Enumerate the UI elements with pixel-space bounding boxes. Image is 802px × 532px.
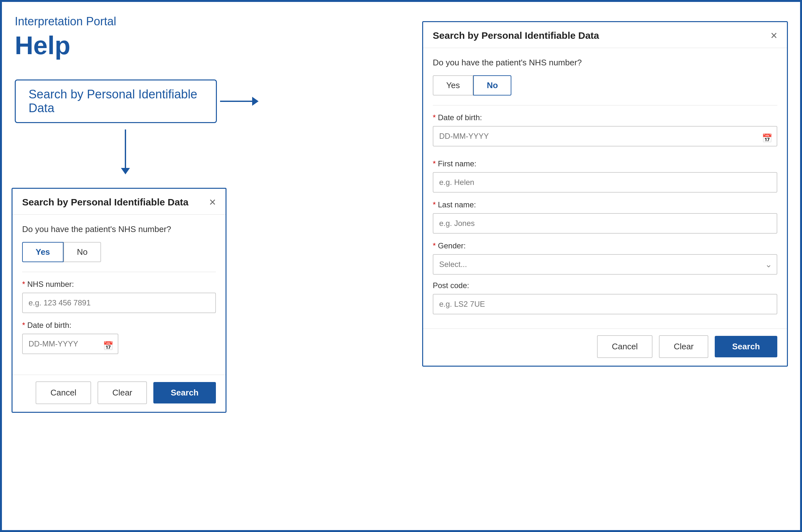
required-star-fname: * <box>433 159 438 168</box>
gender-select[interactable] <box>433 254 777 275</box>
required-star-dob-left: * <box>22 321 27 329</box>
calendar-icon-right: 📅 <box>762 133 772 143</box>
dob-input-wrap-left: 📅 <box>22 334 119 361</box>
dialog-left-close-button[interactable]: × <box>209 196 216 208</box>
dob-label-left: * Date of birth: <box>22 321 216 330</box>
dob-input-right[interactable] <box>433 126 777 147</box>
nhs-number-label: * NHS number: <box>22 280 216 289</box>
dialog-left-body: Do you have the patient's NHS number? Ye… <box>13 215 225 375</box>
left-panel: Interpretation Portal Help Search by Per… <box>15 15 217 174</box>
dialog-right-close-button[interactable]: × <box>770 30 777 41</box>
dob-field-left: * Date of birth: 📅 <box>22 321 216 367</box>
first-name-input[interactable] <box>433 172 777 193</box>
dialog-right-header: Search by Personal Identifiable Data × <box>423 22 787 48</box>
chevron-down-icon: ⌄ <box>765 260 772 269</box>
gender-field: * Gender: ⌄ <box>433 241 777 275</box>
cancel-button-right[interactable]: Cancel <box>597 335 653 358</box>
required-star-gender: * <box>433 241 438 250</box>
search-button-right[interactable]: Search <box>715 336 777 357</box>
nhs-question-left: Do you have the patient's NHS number? <box>22 224 216 234</box>
calendar-icon-left: 📅 <box>103 341 113 351</box>
clear-button-right[interactable]: Clear <box>659 335 708 358</box>
nhs-number-field: * NHS number: <box>22 280 216 320</box>
last-name-label: * Last name: <box>433 200 777 209</box>
dialog-right-title: Search by Personal Identifiable Data <box>433 30 599 41</box>
no-button-right[interactable]: No <box>473 75 511 95</box>
portal-label: Interpretation Portal <box>15 15 217 28</box>
nhs-toggle-right: Yes No <box>433 75 777 95</box>
first-name-label: * First name: <box>433 159 777 168</box>
last-name-field: * Last name: <box>433 200 777 240</box>
yes-button-right[interactable]: Yes <box>433 75 473 95</box>
dialog-left-title: Search by Personal Identifiable Data <box>22 197 189 208</box>
postcode-label: Post code: <box>433 281 777 290</box>
dob-input-wrap-right: 📅 <box>433 126 777 153</box>
dialog-right-body: Do you have the patient's NHS number? Ye… <box>423 48 787 328</box>
no-button-left[interactable]: No <box>63 242 101 262</box>
required-star-dob-right: * <box>433 113 438 122</box>
postcode-input[interactable] <box>433 294 777 315</box>
arrow-right <box>220 97 259 106</box>
nhs-question-right: Do you have the patient's NHS number? <box>433 58 777 68</box>
dialog-left-header: Search by Personal Identifiable Data × <box>13 189 225 215</box>
postcode-field: Post code: <box>433 281 777 321</box>
divider-left-1 <box>22 272 216 272</box>
dialog-right: Search by Personal Identifiable Data × D… <box>422 21 788 367</box>
yes-button-left[interactable]: Yes <box>22 242 63 262</box>
search-button-left[interactable]: Search <box>153 382 216 403</box>
dob-label-right: * Date of birth: <box>433 113 777 122</box>
required-star-nhs: * <box>22 280 27 288</box>
pid-button-wrapper: Search by Personal Identifiable Data <box>15 79 217 123</box>
cancel-button-left[interactable]: Cancel <box>36 381 91 404</box>
pid-search-button[interactable]: Search by Personal Identifiable Data <box>15 79 217 123</box>
dialog-right-footer: Cancel Clear Search <box>423 328 787 366</box>
nhs-toggle-left: Yes No <box>22 242 216 262</box>
nhs-number-input[interactable] <box>22 292 216 313</box>
dialog-left: Search by Personal Identifiable Data × D… <box>12 188 226 413</box>
dialog-left-footer: Cancel Clear Search <box>13 375 225 412</box>
gender-select-wrap: ⌄ <box>433 254 777 275</box>
arrow-down <box>34 130 217 174</box>
gender-label: * Gender: <box>433 241 777 250</box>
required-star-lname: * <box>433 200 438 209</box>
divider-right-1 <box>433 105 777 106</box>
help-title: Help <box>15 31 217 60</box>
first-name-field: * First name: <box>433 159 777 199</box>
last-name-input[interactable] <box>433 213 777 234</box>
dob-field-right: * Date of birth: 📅 <box>433 113 777 153</box>
clear-button-left[interactable]: Clear <box>97 381 147 404</box>
